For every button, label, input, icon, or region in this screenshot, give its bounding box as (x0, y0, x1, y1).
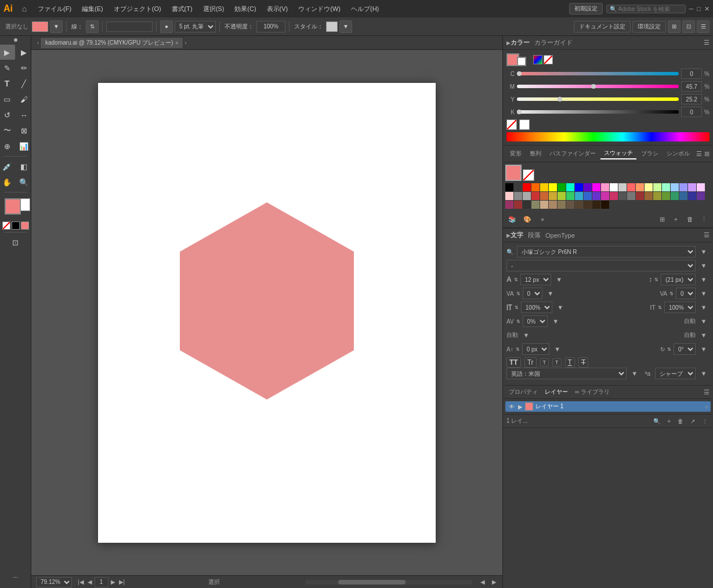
swatch-options-icon[interactable]: ● (537, 213, 548, 225)
swatch-item[interactable] (584, 201, 592, 209)
y-value-input[interactable] (681, 94, 702, 104)
hand-tool[interactable]: ✋ (0, 175, 15, 190)
y-slider-thumb[interactable] (558, 97, 562, 101)
aa-select[interactable]: シャープ (655, 368, 696, 379)
swatch-item[interactable] (679, 192, 687, 200)
direct-selection-tool[interactable]: ▶ (16, 45, 32, 60)
text-panel-menu[interactable]: ☰ (704, 231, 710, 239)
horizontal-scrollbar[interactable] (305, 580, 472, 585)
swatch-item[interactable] (523, 183, 531, 191)
delete-layer-btn[interactable]: 🗑 (676, 418, 685, 424)
transform-button[interactable]: ⊡ (682, 20, 695, 33)
draw-mode-button[interactable]: ⊡ (8, 235, 24, 250)
swatches-panel-menu[interactable]: ☰ (696, 150, 702, 158)
swatch-item[interactable] (566, 201, 574, 209)
eyedropper-tool[interactable]: 💉 (0, 159, 15, 174)
style-swatch[interactable] (326, 21, 338, 32)
tab-align[interactable]: 整列 (526, 148, 545, 159)
move-to-btn[interactable]: ↗ (689, 418, 697, 424)
swatch-item[interactable] (558, 183, 566, 191)
swatch-item[interactable] (627, 192, 635, 200)
stroke-options-button[interactable]: ⇅ (86, 20, 99, 33)
swatch-item[interactable] (601, 183, 609, 191)
font-size-more-icon[interactable]: ▼ (553, 274, 565, 285)
swatch-item[interactable] (618, 183, 627, 191)
swatch-item[interactable] (540, 201, 548, 209)
v-scale-select[interactable]: 100% (521, 302, 552, 313)
text-panel-collapse[interactable]: ▶ (506, 233, 511, 238)
tracking-select[interactable]: 0 (523, 288, 542, 299)
superscript-button[interactable]: T (540, 358, 549, 366)
env-settings-button[interactable]: 環境設定 (632, 21, 666, 32)
last-page-button[interactable]: ▶| (118, 579, 126, 585)
swatch-item[interactable] (653, 183, 661, 191)
no-color-swatch[interactable] (2, 222, 10, 230)
swatch-item[interactable] (671, 192, 679, 200)
swatch-item[interactable] (558, 201, 566, 209)
canvas-viewport[interactable] (31, 50, 502, 575)
zoom-tool[interactable]: 🔍 (16, 175, 32, 190)
swatch-item[interactable] (523, 192, 531, 200)
swatch-item[interactable] (601, 192, 609, 200)
swatch-item[interactable] (505, 183, 513, 191)
shape-builder-tool[interactable]: ⊕ (0, 139, 15, 154)
baseline-select[interactable]: 0% (523, 315, 548, 327)
toolbox-collapse[interactable] (14, 38, 17, 42)
rotate-more-icon[interactable]: ▼ (698, 343, 710, 355)
tab-swatches[interactable]: スウォッチ (600, 148, 636, 159)
layer-lock-icon[interactable]: ○ (705, 404, 708, 410)
baseline-more-icon[interactable]: ▼ (550, 315, 562, 327)
delete-swatch-icon[interactable]: 🗑 (684, 213, 696, 225)
color-panel-menu[interactable]: ☰ (704, 39, 710, 46)
menu-window[interactable]: ウィンドウ(W) (294, 3, 345, 14)
swatch-item[interactable] (645, 192, 653, 200)
baseline-shift-select[interactable]: 0 px (522, 343, 549, 355)
kerning-more-icon[interactable]: ▼ (698, 288, 710, 299)
font-style-more-icon[interactable]: ▼ (698, 260, 710, 271)
color-guide-title[interactable]: カラーガイド (534, 38, 573, 47)
paintbrush-tool[interactable]: 🖌 (16, 92, 32, 107)
v-scale-more-icon[interactable]: ▼ (555, 302, 566, 313)
swatch-item[interactable] (514, 201, 522, 209)
swatch-item[interactable] (618, 192, 627, 200)
first-page-button[interactable]: |◀ (77, 579, 85, 585)
m-slider-thumb[interactable] (591, 84, 596, 89)
home-button[interactable]: ⌂ (17, 2, 31, 16)
workspace-button[interactable]: 初期設定 (569, 3, 603, 14)
hexagon-shape[interactable] (168, 191, 365, 412)
swatch-menu-icon[interactable]: ⋮ (698, 213, 710, 225)
swatch-item[interactable] (514, 183, 522, 191)
c-value-input[interactable] (681, 68, 702, 79)
zoom-select[interactable]: 79.12% (36, 577, 72, 587)
swatch-item[interactable] (627, 183, 635, 191)
layer-options-btn[interactable]: ⋮ (700, 418, 710, 424)
swatch-item[interactable] (679, 183, 687, 191)
swatch-item[interactable] (575, 192, 583, 200)
swatch-item[interactable] (584, 183, 592, 191)
pink-swatch[interactable] (21, 222, 29, 230)
white-swatch[interactable] (519, 119, 530, 130)
b-shift-more-icon[interactable]: ▼ (552, 343, 563, 355)
k-value-input[interactable] (681, 107, 702, 117)
tab-brushes[interactable]: ブラシ (638, 148, 662, 159)
menu-type[interactable]: 書式(T) (168, 3, 197, 14)
lang-more-icon[interactable]: ▼ (629, 368, 640, 379)
pen-tool[interactable]: ✎ (0, 60, 15, 75)
no-swatch[interactable] (523, 169, 534, 181)
color-panel-collapse[interactable]: ▶ (506, 40, 511, 46)
swatch-item[interactable] (575, 201, 583, 209)
layer-expand-arrow[interactable]: ▶ (518, 404, 523, 410)
strikethrough-button[interactable]: T (578, 357, 588, 368)
warp-tool[interactable]: 〜 (0, 123, 15, 138)
menu-file[interactable]: ファイル(F) (34, 3, 75, 14)
subscript-button[interactable]: T (552, 358, 562, 366)
swatch-item[interactable] (584, 192, 592, 200)
k-slider-thumb[interactable] (517, 110, 522, 114)
menu-view[interactable]: 表示(V) (263, 3, 292, 14)
document-tab[interactable]: kadomaru.ai @ 79.12% (CMYK/GPU プレビュー) × (40, 37, 183, 48)
font-style-select[interactable]: - (506, 260, 696, 271)
language-select[interactable]: 英語：米国 (506, 368, 627, 379)
none-swatch[interactable] (506, 119, 517, 130)
swatch-item[interactable] (531, 192, 540, 200)
small-caps-button[interactable]: Tr (524, 357, 537, 368)
